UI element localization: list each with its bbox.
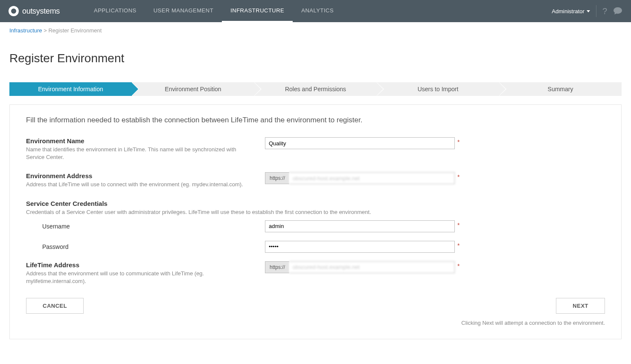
user-name: Administrator	[552, 8, 584, 14]
label-env-address: Environment Address	[26, 172, 248, 179]
required-mark: *	[457, 172, 459, 180]
input-env-address[interactable]	[289, 172, 455, 184]
row-env-name: Environment Name Name that identifies th…	[26, 137, 605, 161]
wizard-step-roles[interactable]: Roles and Permissions	[254, 82, 377, 96]
prefix-https: https://	[265, 172, 289, 184]
breadcrumb-separator: >	[42, 27, 49, 34]
input-username[interactable]	[265, 220, 455, 232]
help-env-name: Name that identifies the environment in …	[26, 146, 248, 161]
row-credentials-header: Service Center Credentials Credentials o…	[26, 200, 605, 216]
cancel-button[interactable]: CANCEL	[26, 298, 84, 314]
form-panel: Fill the information needed to establish…	[9, 104, 622, 339]
next-hint: Clicking Next will attempt a connection …	[461, 320, 605, 326]
nav-applications[interactable]: APPLICATIONS	[85, 0, 145, 22]
label-password: Password	[26, 243, 265, 250]
wizard-step-env-info[interactable]: Environment Information	[9, 82, 132, 96]
label-lifetime-address: LifeTime Address	[26, 261, 248, 269]
input-lifetime-address[interactable]	[289, 261, 455, 273]
row-password: Password *	[26, 241, 605, 253]
breadcrumb: Infrastructure > Register Environment	[0, 22, 631, 39]
brand-icon	[9, 6, 19, 16]
required-mark: *	[457, 137, 459, 145]
brand-text: outsystems	[22, 7, 60, 16]
label-username: Username	[26, 223, 265, 230]
chat-icon[interactable]	[613, 7, 622, 16]
nav-analytics[interactable]: ANALYTICS	[293, 0, 342, 22]
breadcrumb-parent-link[interactable]: Infrastructure	[9, 27, 42, 34]
required-mark: *	[457, 241, 459, 249]
label-credentials: Service Center Credentials	[26, 200, 588, 207]
help-icon[interactable]: ?	[602, 7, 607, 15]
required-mark: *	[457, 220, 459, 228]
top-nav: outsystems APPLICATIONS USER MANAGEMENT …	[0, 0, 631, 22]
row-username: Username *	[26, 220, 605, 232]
row-lifetime-address: LifeTime Address Address that the enviro…	[26, 261, 605, 285]
wizard-steps: Environment Information Environment Posi…	[9, 82, 622, 96]
page-title: Register Environment	[0, 39, 631, 82]
input-password[interactable]	[265, 241, 455, 253]
wizard-step-users[interactable]: Users to Import	[377, 82, 499, 96]
next-button[interactable]: NEXT	[556, 298, 605, 314]
nav-infrastructure[interactable]: INFRASTRUCTURE	[222, 0, 293, 22]
row-env-address: Environment Address Address that LifeTim…	[26, 172, 605, 188]
required-mark: *	[457, 261, 459, 269]
nav-right: Administrator ?	[552, 5, 622, 17]
help-credentials: Credentials of a Service Center user wit…	[26, 208, 588, 216]
caret-down-icon	[587, 10, 590, 12]
label-env-name: Environment Name	[26, 137, 248, 144]
user-dropdown[interactable]: Administrator	[552, 8, 590, 14]
wizard-step-env-position[interactable]: Environment Position	[132, 82, 254, 96]
nav-user-management[interactable]: USER MANAGEMENT	[145, 0, 222, 22]
button-row: CANCEL NEXT Clicking Next will attempt a…	[26, 298, 605, 326]
wizard-step-summary[interactable]: Summary	[499, 82, 622, 96]
nav-items: APPLICATIONS USER MANAGEMENT INFRASTRUCT…	[85, 0, 552, 22]
help-env-address: Address that LifeTime will use to connec…	[26, 181, 248, 188]
input-env-name[interactable]	[265, 137, 455, 149]
form-intro: Fill the information needed to establish…	[26, 116, 605, 124]
breadcrumb-current: Register Environment	[48, 27, 102, 34]
divider	[596, 5, 596, 17]
brand-logo[interactable]: outsystems	[9, 6, 60, 16]
prefix-https: https://	[265, 261, 289, 273]
help-lifetime-address: Address that the environment will use to…	[26, 270, 248, 285]
